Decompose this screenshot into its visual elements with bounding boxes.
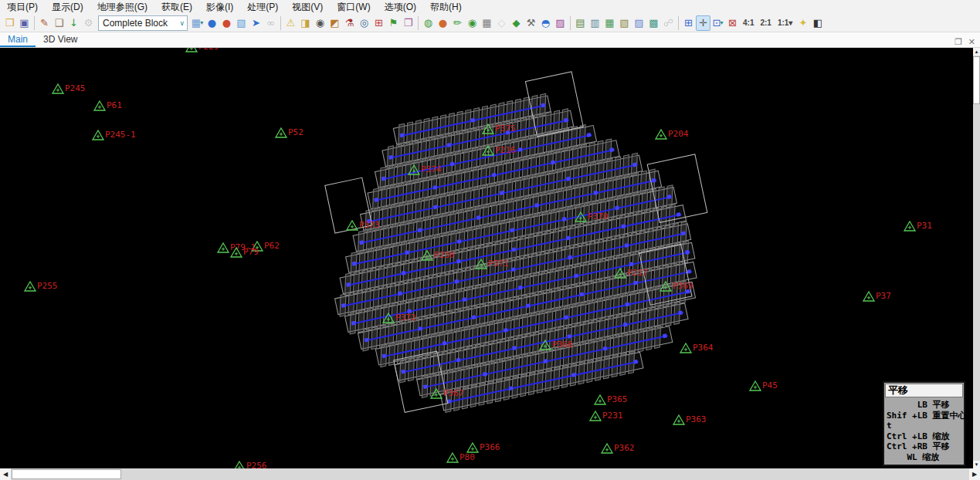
blue-sphere-icon[interactable]: ● xyxy=(205,15,219,31)
pick-tool-icon[interactable]: ➤ xyxy=(249,15,263,31)
exif-camera-icon[interactable]: ❐ xyxy=(401,15,415,31)
menu-item-4[interactable]: 影像(I) xyxy=(199,0,240,14)
image-update-icon[interactable]: ▦ xyxy=(602,15,617,31)
horizontal-scrollbar[interactable]: ◀ ▶ xyxy=(0,468,980,480)
globe-forward-icon[interactable]: ◍ xyxy=(421,15,436,31)
control-point-p372[interactable]: P372 xyxy=(382,313,395,323)
cube-gray-icon[interactable]: ◇ xyxy=(494,15,509,31)
edit-check-icon[interactable]: ✏ xyxy=(450,15,465,31)
close-window-icon[interactable]: ✕ xyxy=(968,37,975,47)
menu-item-8[interactable]: 选项(O) xyxy=(378,0,423,14)
control-point-p37[interactable]: P37 xyxy=(863,291,875,302)
control-point-p371[interactable]: P371 xyxy=(475,259,487,269)
control-point-p61[interactable]: P61 xyxy=(93,100,106,111)
scroll-right-icon[interactable]: ▶ xyxy=(969,468,980,480)
control-point-p52[interactable]: P52 xyxy=(275,127,287,138)
control-point-p204[interactable]: P204 xyxy=(655,129,667,140)
scroll-down-icon[interactable]: ▼ xyxy=(973,461,980,468)
red-sphere-check-icon[interactable]: ● xyxy=(219,15,234,31)
image-edit-icon[interactable]: ◨ xyxy=(298,15,313,31)
menu-item-5[interactable]: 处理(P) xyxy=(240,0,285,14)
control-point-p245-1[interactable]: P245-1 xyxy=(92,130,104,140)
block-mode-select[interactable]: Complete Block∨ xyxy=(98,15,188,31)
menu-item-2[interactable]: 地理参照(G) xyxy=(90,0,154,14)
image-preview-icon[interactable]: ▥ xyxy=(588,15,602,31)
zoom-select-icon[interactable]: ⊡▾ xyxy=(710,15,725,31)
image-tools-icon[interactable]: ❑ xyxy=(52,15,66,31)
save-project-icon[interactable]: ▣ xyxy=(17,15,32,31)
eye-check-icon[interactable]: ◉ xyxy=(465,15,480,31)
control-point-p374[interactable]: P374 xyxy=(408,164,420,175)
control-point-p366[interactable]: P366 xyxy=(466,442,479,453)
camera-settings-icon[interactable]: ◉ xyxy=(313,15,327,31)
image-night-icon[interactable]: ◩ xyxy=(327,15,342,31)
orange-sphere-icon[interactable]: ● xyxy=(436,15,450,31)
menu-item-0[interactable]: 项目(P) xyxy=(0,0,45,14)
menu-item-6[interactable]: 视图(V) xyxy=(285,0,330,14)
control-point-p363[interactable]: P363 xyxy=(673,414,685,425)
control-point-p31[interactable]: P31 xyxy=(904,221,916,232)
tile-views-icon[interactable]: ⊞ xyxy=(681,15,696,31)
image-route-icon[interactable]: ▩ xyxy=(646,15,661,31)
control-point-p370[interactable]: P370 xyxy=(575,211,587,222)
vertical-scroll-thumb[interactable] xyxy=(973,56,980,104)
menu-item-9[interactable]: 帮助(H) xyxy=(423,0,469,14)
dome-view-icon[interactable]: ◓ xyxy=(538,15,553,31)
menu-item-1[interactable]: 显示(D) xyxy=(45,0,90,14)
control-point-p229[interactable]: P229 xyxy=(185,48,198,52)
pan-tool-icon[interactable]: ✛ xyxy=(696,15,710,31)
zoom-4-1-button[interactable]: 4:1 xyxy=(740,15,757,31)
control-point-p79-1[interactable]: P79-1 xyxy=(217,242,229,253)
map-canvas[interactable]: P229P245P61P245-1P52P375P204P216P374P370… xyxy=(0,48,980,468)
control-point-p362[interactable]: P362 xyxy=(601,443,613,454)
control-point-p375[interactable]: P375 xyxy=(482,123,494,134)
menu-item-7[interactable]: 窗口(W) xyxy=(330,0,377,14)
scroll-left-icon[interactable]: ◀ xyxy=(0,468,11,480)
control-point-p373[interactable]: P373 xyxy=(346,220,358,231)
vertical-scrollbar[interactable]: ▲ ▼ xyxy=(973,48,980,468)
control-point-p231[interactable]: P231 xyxy=(589,411,602,421)
zoom-1-1-button[interactable]: 1:1▾ xyxy=(775,15,795,31)
cube-export-icon[interactable]: ◆ xyxy=(509,15,524,31)
walker-tool-icon[interactable]: ⚒ xyxy=(524,15,538,31)
zoom-extent-icon[interactable]: ⊠ xyxy=(725,15,740,31)
data-table-icon[interactable]: ▦ xyxy=(480,15,494,31)
test-flask-icon[interactable]: ⚗ xyxy=(342,15,357,31)
control-point-p45[interactable]: P45 xyxy=(749,380,761,391)
tab-main[interactable]: Main xyxy=(0,32,36,47)
horizontal-scroll-thumb[interactable] xyxy=(12,469,121,479)
key-tool-icon[interactable]: ✦ xyxy=(795,15,810,31)
control-point-p256[interactable]: P256 xyxy=(233,461,246,468)
control-point-p364[interactable]: P364 xyxy=(680,343,692,353)
zoom-2-1-button[interactable]: 2:1 xyxy=(757,15,774,31)
sync-icon[interactable]: ⚙ xyxy=(81,15,96,31)
contrast-tool-icon[interactable]: ◧ xyxy=(810,15,825,31)
image-plain-icon[interactable]: ▨ xyxy=(632,15,646,31)
control-point-p245[interactable]: P245 xyxy=(52,83,64,94)
pattern-grid-icon[interactable]: ▦▾ xyxy=(190,15,205,31)
control-point-p369[interactable]: P369 xyxy=(660,281,672,292)
scroll-up-icon[interactable]: ▲ xyxy=(973,48,980,56)
control-point-p367[interactable]: P367 xyxy=(430,388,443,399)
menu-item-3[interactable]: 获取(E) xyxy=(154,0,199,14)
control-point-p255[interactable]: P255 xyxy=(24,281,36,292)
edit-report-icon[interactable]: ✎ xyxy=(37,15,52,31)
image-view-icon[interactable]: ▧ xyxy=(234,15,249,31)
tab-3d-view[interactable]: 3D View xyxy=(36,32,85,47)
control-point-p217[interactable]: P217 xyxy=(614,268,626,279)
crop-image-icon[interactable]: ⊞ xyxy=(371,15,386,31)
image-process-icon[interactable]: ▤ xyxy=(573,15,588,31)
image-purple-icon[interactable]: ▨ xyxy=(553,15,568,31)
link-images-icon[interactable]: ∞ xyxy=(263,15,278,31)
control-point-p368[interactable]: P368 xyxy=(539,340,551,350)
import-data-icon[interactable]: ↓ xyxy=(66,15,81,31)
open-project-icon[interactable]: ❒ xyxy=(2,15,17,31)
restore-window-icon[interactable]: ❐ xyxy=(955,37,962,47)
control-point-p79[interactable]: P79 xyxy=(230,247,242,258)
control-point-p365[interactable]: P365 xyxy=(594,394,606,405)
pin-point-icon[interactable]: ⚑ xyxy=(386,15,401,31)
control-point-p80[interactable]: P80 xyxy=(446,452,459,463)
image-config-icon[interactable]: ▧ xyxy=(617,15,632,31)
warning-check-icon[interactable]: ⚠ xyxy=(283,15,298,31)
control-point-p230[interactable]: P230 xyxy=(421,250,433,261)
